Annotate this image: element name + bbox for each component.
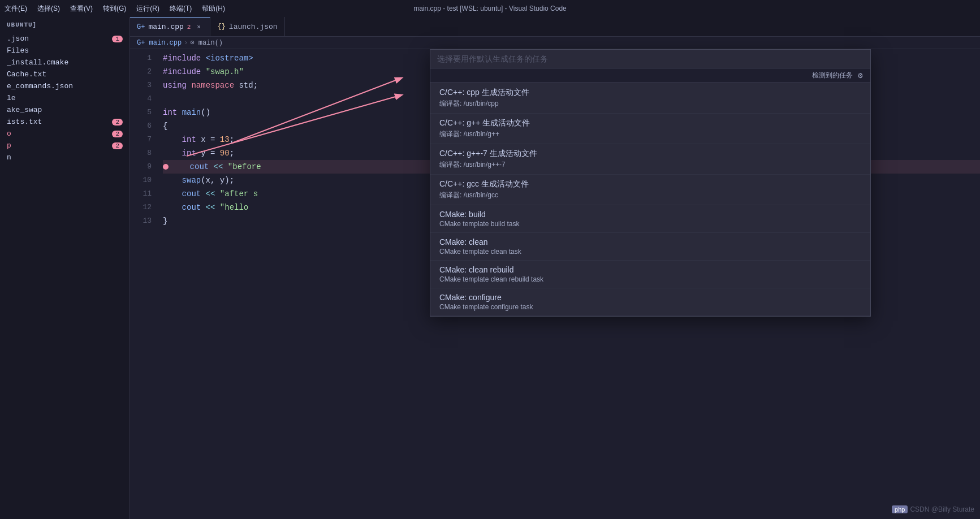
breadcrumb: G+ main.cpp › ⊙ main()	[130, 37, 980, 49]
tab-main-cpp-label: main.cpp	[148, 23, 183, 31]
sidebar-title: UBUNTU]	[0, 17, 129, 33]
cpp-tab-icon: G+	[137, 23, 145, 31]
menu-select[interactable]: 选择(S)	[33, 2, 64, 16]
watermark-text: CSDN @Billy Sturate	[910, 505, 974, 513]
breadcrumb-file[interactable]: G+ main.cpp	[137, 39, 182, 47]
task-sub-cmake-build: CMake template build task	[439, 220, 861, 228]
line-numbers: 12345 678910 111213	[130, 49, 158, 519]
watermark: php CSDN @Billy Sturate	[892, 505, 974, 513]
sidebar-item-json[interactable]: .json 1	[0, 33, 129, 45]
json-tab-icon: {}	[217, 23, 225, 31]
task-sub-cmake-configure: CMake template configure task	[439, 303, 861, 311]
sidebar-item-n[interactable]: n	[0, 152, 129, 163]
sidebar-item-cache-txt[interactable]: Cache.txt	[0, 68, 129, 80]
sidebar-item-p[interactable]: p 2	[0, 140, 129, 152]
task-name-cpp: C/C++: cpp 生成活动文件	[439, 88, 861, 98]
task-name-cmake-configure: CMake: configure	[439, 293, 861, 302]
sidebar-item-o[interactable]: o 2	[0, 128, 129, 140]
menu-bar: 文件(E) 选择(S) 查看(V) 转到(G) 运行(R) 终端(T) 帮助(H…	[0, 2, 230, 16]
gear-icon[interactable]: ⚙	[857, 72, 864, 80]
task-name-cmake-clean: CMake: clean	[439, 237, 861, 246]
sidebar-item-ists-txt[interactable]: ists.txt 2	[0, 116, 129, 128]
menu-view[interactable]: 查看(V)	[66, 2, 97, 16]
main-layout: UBUNTU] .json 1 Files _install.cmake Cac…	[0, 17, 980, 519]
task-dropdown: 检测到的任务 ⚙ C/C++: cpp 生成活动文件 编译器: /usr/bin…	[430, 49, 871, 317]
menu-help[interactable]: 帮助(H)	[197, 2, 230, 16]
badge-ists: 2	[112, 119, 123, 126]
tab-main-cpp-close[interactable]: ×	[194, 23, 203, 32]
dropdown-search-bar[interactable]	[430, 50, 870, 68]
task-item-gpp[interactable]: C/C++: g++ 生成活动文件 编译器: /usr/bin/g++	[430, 114, 870, 144]
task-sub-gcc: 编译器: /usr/bin/gcc	[439, 191, 861, 200]
title-bar: 文件(E) 选择(S) 查看(V) 转到(G) 运行(R) 终端(T) 帮助(H…	[0, 0, 980, 17]
task-name-gcc: C/C++: gcc 生成活动文件	[439, 179, 861, 189]
task-sub-gpp7: 编译器: /usr/bin/g++-7	[439, 160, 861, 170]
task-name-gpp7: C/C++: g++-7 生成活动文件	[439, 149, 861, 159]
task-name-cmake-build: CMake: build	[439, 210, 861, 219]
sidebar: UBUNTU] .json 1 Files _install.cmake Cac…	[0, 17, 130, 519]
menu-goto[interactable]: 转到(G)	[98, 2, 131, 16]
task-item-cmake-build[interactable]: CMake: build CMake template build task	[430, 205, 870, 233]
detected-tasks-label: 检测到的任务	[812, 71, 853, 80]
sidebar-item-install-cmake[interactable]: _install.cmake	[0, 57, 129, 68]
sidebar-item-commands-json[interactable]: e_commands.json	[0, 80, 129, 92]
task-sub-gpp: 编译器: /usr/bin/g++	[439, 129, 861, 139]
breadcrumb-fn[interactable]: ⊙ main()	[190, 38, 223, 47]
sidebar-item-files[interactable]: Files	[0, 45, 129, 57]
sidebar-item-le[interactable]: le	[0, 92, 129, 104]
task-item-cmake-clean-rebuild[interactable]: CMake: clean rebuild CMake template clea…	[430, 261, 870, 288]
menu-file[interactable]: 文件(E)	[0, 2, 32, 16]
tab-bar: G+ main.cpp 2 × {} launch.json	[130, 17, 980, 37]
task-sub-cpp: 编译器: /usr/bin/cpp	[439, 99, 861, 109]
breadcrumb-sep1: ›	[184, 39, 188, 47]
task-item-gcc[interactable]: C/C++: gcc 生成活动文件 编译器: /usr/bin/gcc	[430, 175, 870, 205]
task-item-cmake-configure[interactable]: CMake: configure CMake template configur…	[430, 288, 870, 316]
task-name-cmake-clean-rebuild: CMake: clean rebuild	[439, 265, 861, 274]
dropdown-header: 检测到的任务 ⚙	[430, 68, 870, 83]
task-sub-cmake-clean-rebuild: CMake template clean rebuild task	[439, 275, 861, 283]
task-item-cmake-clean[interactable]: CMake: clean CMake template clean task	[430, 233, 870, 261]
menu-terminal[interactable]: 终端(T)	[165, 2, 196, 16]
window-title: main.cpp - test [WSL: ubuntu] - Visual S…	[413, 5, 567, 12]
task-item-cpp[interactable]: C/C++: cpp 生成活动文件 编译器: /usr/bin/cpp	[430, 83, 870, 114]
task-sub-cmake-clean: CMake template clean task	[439, 248, 861, 256]
badge-o: 2	[112, 131, 123, 137]
editor-area: G+ main.cpp 2 × {} launch.json G+ main.c…	[130, 17, 980, 519]
modified-indicator: 2	[187, 24, 191, 31]
sidebar-item-ake-swap[interactable]: ake_swap	[0, 104, 129, 116]
task-name-gpp: C/C++: g++ 生成活动文件	[439, 118, 861, 128]
task-search-input[interactable]	[437, 54, 864, 63]
menu-run[interactable]: 运行(R)	[132, 2, 164, 16]
php-badge: php	[892, 505, 908, 513]
tab-launch-json-label: launch.json	[229, 23, 278, 31]
badge-json: 1	[112, 36, 123, 42]
tab-launch-json[interactable]: {} launch.json	[210, 17, 284, 37]
tab-main-cpp[interactable]: G+ main.cpp 2 ×	[130, 17, 210, 37]
badge-p: 2	[112, 142, 123, 149]
task-item-gpp7[interactable]: C/C++: g++-7 生成活动文件 编译器: /usr/bin/g++-7	[430, 144, 870, 175]
